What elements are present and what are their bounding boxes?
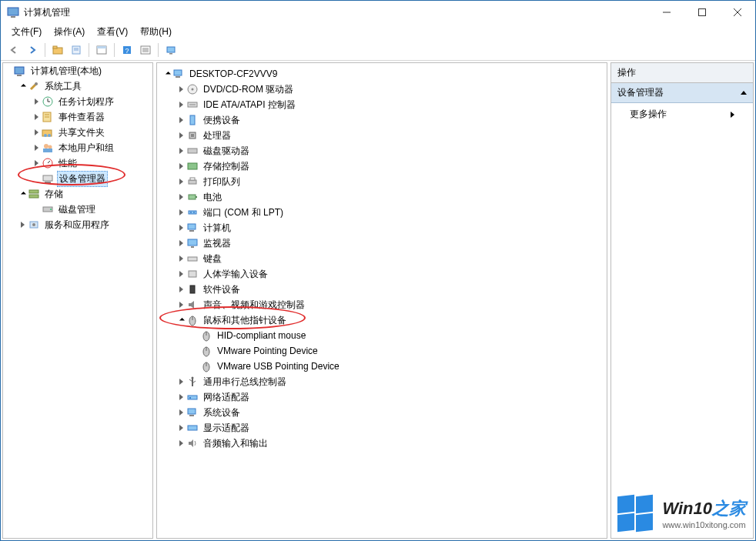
device-software[interactable]: 软件设备 <box>176 282 602 297</box>
expander-icon[interactable] <box>31 127 42 138</box>
expander-icon[interactable] <box>176 438 186 449</box>
expander-icon[interactable] <box>176 253 186 264</box>
device-print-queue[interactable]: 打印队列 <box>176 174 602 189</box>
toolbar-forward-icon[interactable] <box>24 42 41 58</box>
expander-icon[interactable] <box>17 81 28 92</box>
svg-rect-38 <box>43 175 52 181</box>
tree-task-scheduler[interactable]: 任务计划程序 <box>31 94 152 109</box>
close-button[interactable] <box>720 1 755 24</box>
expander-icon[interactable] <box>176 84 186 95</box>
toolbar-window-icon[interactable] <box>93 42 110 58</box>
device-display[interactable]: 显示适配器 <box>176 420 602 436</box>
svg-point-63 <box>193 212 195 213</box>
svg-rect-86 <box>189 415 194 416</box>
device-portable[interactable]: 便携设备 <box>176 112 602 128</box>
expander-icon[interactable] <box>176 161 186 172</box>
toolbar-help-icon[interactable]: ? <box>119 42 135 58</box>
toolbar-detail-icon[interactable] <box>137 42 154 58</box>
tree-root-computer-management[interactable]: 计算机管理(本地) <box>3 63 152 78</box>
device-disk-drives[interactable]: 磁盘驱动器 <box>176 143 602 159</box>
expander-icon[interactable] <box>176 376 186 387</box>
svg-rect-58 <box>190 178 195 180</box>
expander-icon[interactable] <box>176 130 186 141</box>
center-pane[interactable]: DESKTOP-CF2VVV9 DVD/CD-ROM 驱动器 IDE ATA/A… <box>156 62 607 539</box>
tree-system-tools[interactable]: 系统工具 <box>17 78 152 94</box>
tree-local-users[interactable]: 本地用户和组 <box>31 140 152 155</box>
device-keyboard[interactable]: 键盘 <box>176 251 602 266</box>
expander-icon[interactable] <box>162 68 172 79</box>
expander-icon[interactable] <box>17 219 28 230</box>
expander-icon[interactable] <box>31 142 42 153</box>
menu-view[interactable]: 查看(V) <box>91 25 134 39</box>
maximize-button[interactable] <box>684 1 720 24</box>
tree-shared-folders[interactable]: 共享文件夹 <box>31 125 152 140</box>
menu-help[interactable]: 帮助(H) <box>134 25 178 39</box>
device-usb[interactable]: 通用串行总线控制器 <box>176 374 602 389</box>
device-mouse-vmware[interactable]: VMware Pointing Device <box>189 343 602 359</box>
expander-icon[interactable] <box>176 207 186 218</box>
tree-services-apps[interactable]: 服务和应用程序 <box>17 217 152 232</box>
toolbar-back-icon[interactable] <box>5 42 22 58</box>
expander-icon[interactable] <box>17 189 28 199</box>
device-mouse-category[interactable]: 鼠标和其他指针设备 <box>176 312 602 328</box>
tree-event-viewer[interactable]: 事件查看器 <box>31 109 152 125</box>
device-mouse-hid[interactable]: HID-compliant mouse <box>189 328 602 343</box>
device-manager-icon <box>42 172 54 185</box>
app-icon <box>7 6 19 18</box>
expander-icon[interactable] <box>176 299 186 310</box>
tree-device-manager[interactable]: 设备管理器 <box>31 171 152 186</box>
actions-section[interactable]: 设备管理器 <box>611 83 753 103</box>
device-mouse-vmware-usb[interactable]: VMware USB Pointing Device <box>189 359 602 374</box>
audio-icon <box>186 437 199 449</box>
expander-icon[interactable] <box>176 407 186 418</box>
tree-performance[interactable]: 性能 <box>31 155 152 171</box>
device-audio[interactable]: 音频输入和输出 <box>176 436 602 451</box>
device-storage-ctrl[interactable]: 存储控制器 <box>176 159 602 174</box>
expander-icon[interactable] <box>176 222 186 233</box>
battery-icon <box>186 191 199 203</box>
expander-icon[interactable] <box>176 176 186 187</box>
action-more[interactable]: 更多操作 <box>611 103 753 125</box>
device-battery[interactable]: 电池 <box>176 189 602 205</box>
device-ports[interactable]: 端口 (COM 和 LPT) <box>176 205 602 220</box>
disk-icon <box>186 145 199 157</box>
device-hid[interactable]: 人体学输入设备 <box>176 266 602 282</box>
expander-icon[interactable] <box>176 115 186 125</box>
expander-icon[interactable] <box>176 145 186 156</box>
toolbar-monitor-icon[interactable] <box>162 42 179 58</box>
device-monitor[interactable]: 监视器 <box>176 235 602 251</box>
expander-icon[interactable] <box>176 315 186 326</box>
tree-storage[interactable]: 存储 <box>17 186 152 202</box>
toolbar-properties-icon[interactable] <box>68 42 85 58</box>
device-root[interactable]: DESKTOP-CF2VVV9 <box>162 66 602 82</box>
device-computer[interactable]: 计算机 <box>176 220 602 235</box>
svg-rect-20 <box>169 53 172 55</box>
svg-rect-47 <box>176 76 180 78</box>
expander-icon[interactable] <box>176 284 186 295</box>
menu-action[interactable]: 操作(A) <box>48 25 91 39</box>
expander-icon[interactable] <box>176 99 186 110</box>
chevron-up-icon <box>741 91 747 95</box>
device-processor[interactable]: 处理器 <box>176 128 602 143</box>
device-network[interactable]: 网络适配器 <box>176 389 602 405</box>
tree-disk-management[interactable]: 磁盘管理 <box>31 202 152 217</box>
menu-file[interactable]: 文件(F) <box>5 25 48 39</box>
expander-icon[interactable] <box>31 112 42 122</box>
expander-icon[interactable] <box>176 392 186 402</box>
left-pane[interactable]: 计算机管理(本地) 系统工具 任务计划程序 事件查看器 共享文件夹 <box>2 62 153 539</box>
device-dvd[interactable]: DVD/CD-ROM 驱动器 <box>176 82 602 97</box>
device-sound[interactable]: 声音、视频和游戏控制器 <box>176 297 602 312</box>
expander-icon[interactable] <box>31 158 42 169</box>
expander-icon[interactable] <box>176 269 186 279</box>
minimize-button[interactable] <box>649 1 684 24</box>
expander-icon[interactable] <box>176 238 186 249</box>
svg-rect-1 <box>11 16 15 18</box>
expander-icon[interactable] <box>176 422 186 433</box>
expander-icon[interactable] <box>176 192 186 202</box>
storage-icon <box>28 188 40 200</box>
device-system[interactable]: 系统设备 <box>176 405 602 420</box>
expander-icon[interactable] <box>31 96 42 107</box>
device-ide[interactable]: IDE ATA/ATAPI 控制器 <box>176 97 602 112</box>
toolbar-folder-icon[interactable] <box>49 42 66 58</box>
svg-rect-46 <box>174 70 182 75</box>
